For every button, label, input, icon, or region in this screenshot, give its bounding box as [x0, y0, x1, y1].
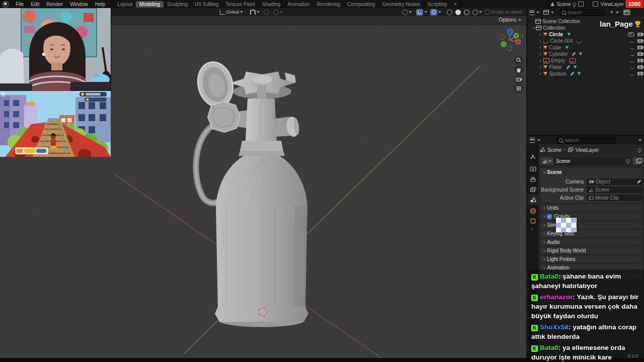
tab-scripting[interactable]: Scripting [424, 1, 450, 8]
outliner-row-cylinder[interactable]: › Cylinder [527, 51, 644, 57]
panel-grip[interactable]: :::: [633, 206, 640, 210]
scene-panel-header[interactable]: › Scene [543, 169, 562, 175]
outliner-row-plane[interactable]: › Plane [527, 64, 644, 70]
tab-world[interactable] [527, 206, 538, 216]
active-clip-field[interactable]: Movie Clip [587, 195, 643, 201]
outliner-row-scene-collection[interactable]: Scene Collection [527, 18, 644, 25]
expand-icon[interactable]: › [539, 52, 541, 57]
outliner-search-input[interactable] [568, 10, 603, 15]
proportional-editing-toggle[interactable] [264, 9, 269, 16]
tab-render[interactable] [527, 163, 538, 173]
visibility-eye-closed-icon[interactable] [630, 40, 634, 43]
expand-icon[interactable]: › [539, 58, 541, 63]
camera-object-field[interactable]: Object [587, 178, 643, 185]
gravity-checkbox[interactable]: ✓ [547, 214, 552, 219]
menu-render[interactable]: Render [43, 1, 66, 8]
panel-grip[interactable]: :::: [633, 240, 640, 244]
tab-layout[interactable]: Layout [114, 1, 136, 8]
expand-icon[interactable]: › [539, 39, 541, 44]
editor-type-icon[interactable] [529, 10, 534, 15]
expand-icon[interactable]: › [539, 65, 541, 70]
fire-extinguisher-model[interactable] [191, 55, 322, 337]
scene-datablock-selector[interactable] [540, 157, 553, 165]
tab-animation[interactable]: Animation [284, 1, 313, 8]
expand-icon[interactable]: › [539, 71, 541, 76]
outliner-row-collection[interactable]: › Collection [527, 25, 644, 31]
visibility-eye-icon[interactable] [628, 32, 634, 37]
filter-icon[interactable]: ▼ [610, 11, 614, 15]
proportional-falloff-dropdown[interactable] [273, 9, 283, 16]
menu-window[interactable]: Window [66, 1, 92, 8]
shading-solid-button[interactable] [455, 9, 461, 16]
render-visibility-icon[interactable] [637, 46, 643, 49]
shading-rendered-button[interactable] [472, 9, 482, 16]
tab-output[interactable] [527, 174, 538, 185]
blender-logo-icon[interactable] [3, 1, 9, 8]
tab-compositing[interactable]: Compositing [344, 1, 379, 8]
editor-type-caret[interactable] [537, 139, 540, 141]
panel-grip[interactable]: :::: [633, 248, 640, 253]
expand-icon[interactable]: › [539, 45, 541, 50]
outliner-row-spatula[interactable]: › Spatula [527, 70, 644, 77]
3d-cursor[interactable] [259, 308, 267, 316]
transform-orientation-dropdown[interactable]: Global [220, 9, 243, 16]
outliner-row-empty[interactable]: › Empty [527, 57, 644, 64]
tab-more-icon[interactable]: › [531, 227, 533, 232]
tab-shading[interactable]: Shading [259, 1, 284, 8]
render-visibility-icon[interactable] [637, 59, 643, 62]
sculpt-on-mesh-toggle[interactable]: Sculpt on Mesh [485, 9, 522, 16]
new-scene-button[interactable] [633, 157, 643, 165]
visibility-eye-closed-icon[interactable] [630, 59, 634, 62]
shading-wireframe-button[interactable] [447, 9, 452, 16]
outliner-row-circle[interactable]: › Circle [527, 31, 644, 38]
outliner-row-circle004[interactable]: › Circle.004 [527, 38, 644, 44]
pin-icon[interactable] [626, 159, 630, 163]
viewlayer-selector[interactable]: ViewLayer [600, 2, 624, 7]
visibility-eye-closed-icon[interactable] [630, 72, 634, 75]
shading-material-button[interactable] [464, 9, 469, 16]
options-dropdown[interactable]: Options [499, 17, 521, 23]
expand-icon[interactable]: › [539, 32, 541, 37]
tab-rendering[interactable]: Rendering [313, 1, 344, 8]
render-visibility-icon[interactable] [637, 52, 643, 56]
scene-selector[interactable]: Scene [556, 2, 571, 7]
pin-icon[interactable] [638, 148, 641, 152]
editor-type-caret[interactable] [536, 12, 539, 14]
render-visibility-icon[interactable] [637, 33, 643, 36]
filter-caret[interactable] [616, 12, 619, 14]
panel-grip[interactable]: :::: [633, 214, 640, 219]
breadcrumb-scene[interactable]: Scene [547, 147, 561, 153]
background-scene-field[interactable]: Scene [587, 187, 643, 193]
collapse-icon[interactable]: › [531, 27, 536, 29]
display-mode-icon[interactable] [543, 10, 549, 15]
menu-file[interactable]: File [12, 1, 27, 8]
tab-sculpting[interactable]: Sculpting [164, 1, 191, 8]
outliner-search[interactable] [560, 9, 605, 16]
visibility-eye-closed-icon[interactable] [630, 46, 634, 49]
overlays-dropdown[interactable] [416, 9, 427, 16]
visibility-eye-closed-icon[interactable] [630, 66, 634, 69]
chat-overlay[interactable]: KBata0: şahane bana evim şahaneyi hatırl… [528, 269, 644, 358]
eyedropper-icon[interactable] [637, 180, 640, 184]
panel-grip[interactable]: :::: [633, 231, 640, 236]
properties-search-input[interactable] [565, 138, 610, 143]
render-visibility-icon[interactable] [637, 65, 643, 69]
menu-edit[interactable]: Edit [27, 1, 43, 8]
tab-tool[interactable] [527, 151, 538, 161]
xray-toggle[interactable] [430, 9, 441, 16]
render-visibility-icon[interactable] [637, 39, 643, 43]
header-options-caret[interactable] [638, 139, 641, 141]
new-scene-icon[interactable] [578, 2, 584, 7]
visibility-eye-closed-icon[interactable] [630, 53, 634, 56]
tab-scene[interactable] [527, 195, 538, 205]
panel-light-probes[interactable]: › Light Probes:::: [540, 255, 643, 263]
properties-search[interactable] [557, 137, 616, 144]
snapping-dropdown[interactable] [250, 9, 260, 16]
new-collection-button[interactable] [623, 9, 631, 16]
render-visibility-icon[interactable] [637, 72, 643, 75]
tab-view-layer[interactable] [527, 185, 538, 195]
gizmos-dropdown[interactable] [403, 9, 412, 16]
tab-object[interactable] [527, 216, 538, 226]
add-workspace-button[interactable]: + [450, 1, 460, 8]
tab-uv-editing[interactable]: UV Editing [191, 1, 222, 8]
